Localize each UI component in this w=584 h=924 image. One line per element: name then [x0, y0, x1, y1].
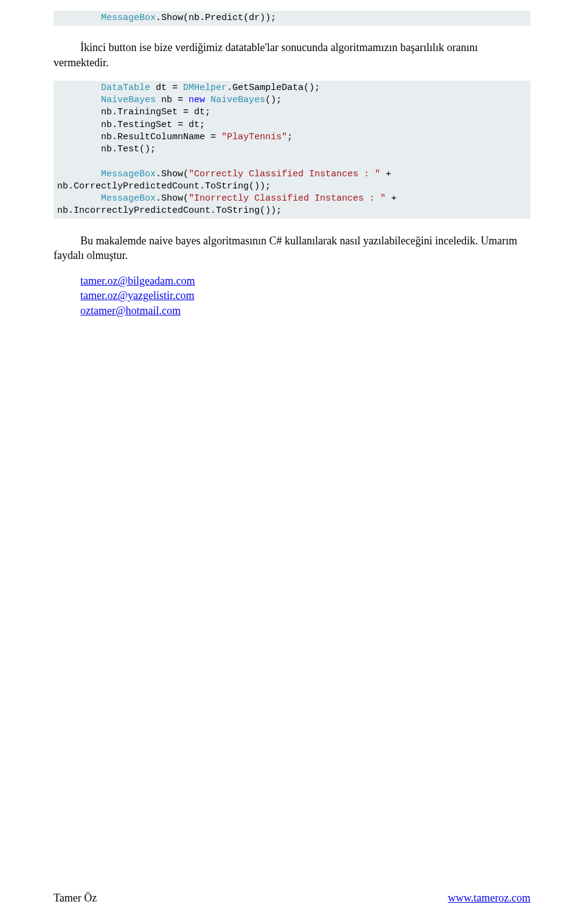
- c2l2: NaiveBayes nb = new NaiveBayes();: [57, 95, 282, 105]
- c2l10: nb.IncorrectlyPredictedCount.ToString())…: [57, 205, 282, 216]
- c2l4: nb.TestingSet = dt;: [57, 120, 205, 130]
- email-link-3[interactable]: oztamer@hotmail.com: [80, 305, 181, 317]
- email-link-2[interactable]: tamer.oz@yazgelistir.com: [80, 289, 195, 302]
- footer-site-link[interactable]: www.tameroz.com: [448, 892, 530, 905]
- c2l9: MessageBox.Show("Inorrectly Classified I…: [57, 193, 397, 204]
- email-block: tamer.oz@bilgeadam.com tamer.oz@yazgelis…: [80, 274, 530, 318]
- c2l6: nb.Test();: [57, 144, 156, 154]
- document-page: MessageBox.Show(nb.Predict(dr)); İkinci …: [0, 0, 584, 318]
- code-block-2: DataTable dt = DMHelper.GetSampleData();…: [54, 81, 530, 219]
- c2l3: nb.TrainingSet = dt;: [57, 107, 210, 117]
- paragraph-2: Bu makalemde naive bayes algoritmasının …: [54, 233, 530, 263]
- page-footer: Tamer Öz www.tameroz.com: [0, 892, 584, 905]
- code-indent: [57, 13, 101, 23]
- c2l1: DataTable dt = DMHelper.GetSampleData();: [57, 83, 320, 93]
- email-link-1[interactable]: tamer.oz@bilgeadam.com: [80, 275, 195, 287]
- code-class: MessageBox: [101, 13, 156, 23]
- paragraph-1: İkinci button ise bize verdiğimiz datata…: [54, 40, 530, 70]
- c2l7: MessageBox.Show("Correctly Classified In…: [57, 169, 391, 179]
- c2l5: nb.ResultColumnName = "PlayTennis";: [57, 132, 293, 142]
- c2l8: nb.CorrectlyPredictedCount.ToString());: [57, 181, 271, 191]
- code-block-1: MessageBox.Show(nb.Predict(dr));: [54, 11, 530, 26]
- footer-author: Tamer Öz: [54, 892, 97, 905]
- code-rest: .Show(nb.Predict(dr));: [156, 13, 276, 23]
